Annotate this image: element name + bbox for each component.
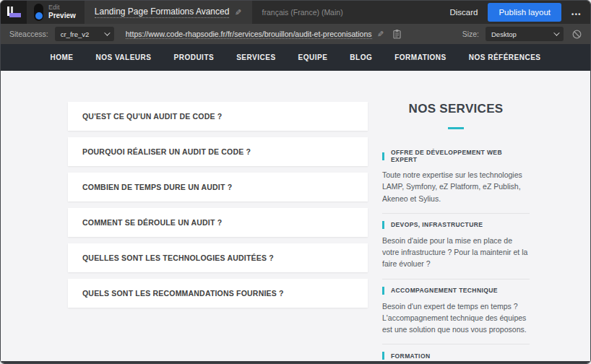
service-description: Toute notre expertise sur les technologi…	[382, 169, 530, 204]
nav-item-blog[interactable]: BLOG	[350, 53, 372, 61]
service-section: DEVOPS, INFRASTRUCTURE Besoin d'aide pou…	[382, 214, 530, 280]
faq-question: COMBIEN DE TEMPS DURE UN AUDIT ?	[82, 183, 232, 191]
topbar-spacer	[343, 1, 450, 24]
more-options-icon[interactable]	[571, 7, 582, 18]
language-label: français (France) (Main)	[252, 1, 343, 24]
faq-item[interactable]: COMBIEN DE TEMPS DURE UN AUDIT ?	[68, 173, 368, 202]
chevron-down-icon	[553, 30, 559, 35]
faq-item[interactable]: QU'EST CE QU'UN AUDIT DE CODE ?	[68, 102, 368, 131]
service-header: FORMATION	[382, 352, 530, 360]
preview-mode-label[interactable]: Preview	[48, 12, 76, 21]
size-label: Size:	[462, 30, 479, 38]
nav-item-services[interactable]: SERVICES	[236, 53, 275, 61]
service-header: OFFRE DE DÉVELOPPEMENT WEB EXPERT	[382, 149, 530, 163]
size-select[interactable]: Desktop	[486, 27, 564, 41]
toggle-labels: Edit Preview	[48, 4, 76, 21]
topbar-actions: Discard Publish layout	[449, 1, 590, 24]
copy-url-clipboard-icon[interactable]	[393, 30, 401, 39]
app-logo[interactable]	[1, 1, 27, 24]
site-navigation: HOME NOS VALEURS PRODUITS SERVICES EQUIP…	[1, 44, 590, 71]
edit-preview-toggle[interactable]: Edit Preview	[27, 1, 85, 24]
service-description: Besoin d'un expert de temps en temps ? L…	[382, 300, 530, 336]
accent-bar-icon	[382, 287, 384, 295]
nav-item-formations[interactable]: FORMATIONS	[394, 53, 446, 61]
edit-url-pencil-icon[interactable]	[377, 30, 384, 38]
services-heading: NOS SERVICES	[382, 102, 530, 116]
accent-bar-icon	[382, 152, 384, 160]
nav-item-nos-valeurs[interactable]: NOS VALEURS	[95, 53, 151, 61]
edit-mode-label[interactable]: Edit	[48, 4, 76, 12]
faq-item[interactable]: POURQUOI RÉALISER UN AUDIT DE CODE ?	[68, 137, 368, 166]
faq-item[interactable]: QUELS SONT LES RECOMMANDATIONS FOURNIES …	[68, 279, 368, 308]
faq-question: QUELLES SONT LES TECHNOLOGIES AUDITÉES ?	[82, 254, 274, 262]
page-title[interactable]: Landing Page Formations Avanced	[95, 6, 230, 18]
service-description: Besoin d'aide pour la mise en place de v…	[382, 235, 530, 270]
siteaccess-label: Siteaccess:	[9, 30, 48, 38]
service-title[interactable]: DEVOPS, INFRASTRUCTURE	[391, 221, 483, 228]
size-value: Desktop	[491, 30, 517, 38]
accent-bar-icon	[382, 221, 384, 229]
top-toolbar: Edit Preview Landing Page Formations Ava…	[1, 1, 590, 24]
service-title[interactable]: ACCOMPAGNEMENT TECHNIQUE	[391, 287, 498, 294]
faq-item[interactable]: COMMENT SE DÉROULE UN AUDIT ?	[68, 208, 368, 237]
toggle-knob	[35, 12, 43, 20]
edit-title-pencil-icon[interactable]	[235, 9, 241, 17]
faq-question: QU'EST CE QU'UN AUDIT DE CODE ?	[82, 112, 222, 121]
publish-layout-button[interactable]: Publish layout	[488, 3, 561, 22]
heading-accent-dash	[448, 127, 464, 129]
accent-bar-icon	[382, 352, 384, 360]
nav-item-equipe[interactable]: EQUIPE	[298, 53, 328, 61]
faq-item[interactable]: QUELLES SONT LES TECHNOLOGIES AUDITÉES ?	[68, 243, 368, 272]
siteaccess-value: cr_fre_v2	[61, 30, 90, 38]
services-sidebar: NOS SERVICES OFFRE DE DÉVELOPPEMENT WEB …	[382, 102, 530, 361]
service-section: FORMATION Besoin de formation sur Symfon…	[382, 344, 530, 361]
page-builder-window: Edit Preview Landing Page Formations Ava…	[0, 0, 591, 364]
faq-accordion: QU'EST CE QU'UN AUDIT DE CODE ? POURQUOI…	[68, 102, 368, 361]
page-title-panel: Landing Page Formations Avanced	[85, 1, 252, 24]
ibexa-logo-icon	[7, 6, 21, 18]
siteaccess-toolbar: Siteaccess: cr_fre_v2 https://www.code-r…	[1, 24, 590, 44]
siteaccess-select[interactable]: cr_fre_v2	[55, 27, 114, 41]
page-preview-content: QU'EST CE QU'UN AUDIT DE CODE ? POURQUOI…	[1, 71, 590, 361]
service-header: DEVOPS, INFRASTRUCTURE	[382, 221, 530, 229]
service-header: ACCOMPAGNEMENT TECHNIQUE	[382, 287, 530, 295]
faq-question: POURQUOI RÉALISER UN AUDIT DE CODE ?	[82, 147, 251, 156]
discard-button[interactable]: Discard	[449, 8, 478, 17]
services-list: OFFRE DE DÉVELOPPEMENT WEB EXPERT Toute …	[382, 142, 530, 361]
toggle-switch[interactable]	[34, 4, 43, 21]
service-title[interactable]: OFFRE DE DÉVELOPPEMENT WEB EXPERT	[391, 149, 530, 163]
chevron-down-icon	[104, 30, 110, 35]
preview-url[interactable]: https://www.code-rhapsodie.fr/fr/service…	[126, 30, 372, 39]
service-section: OFFRE DE DÉVELOPPEMENT WEB EXPERT Toute …	[382, 142, 530, 214]
service-title[interactable]: FORMATION	[391, 352, 430, 360]
rotate-disabled-icon[interactable]	[572, 30, 582, 39]
nav-item-home[interactable]: HOME	[50, 53, 73, 61]
window-bottom-edge	[1, 361, 590, 363]
nav-item-nos-references[interactable]: NOS RÉFÉRENCES	[469, 53, 541, 61]
nav-item-produits[interactable]: PRODUITS	[173, 53, 214, 61]
service-section: ACCOMPAGNEMENT TECHNIQUE Besoin d'un exp…	[382, 280, 530, 345]
faq-question: QUELS SONT LES RECOMMANDATIONS FOURNIES …	[82, 289, 284, 298]
faq-question: COMMENT SE DÉROULE UN AUDIT ?	[82, 218, 222, 227]
